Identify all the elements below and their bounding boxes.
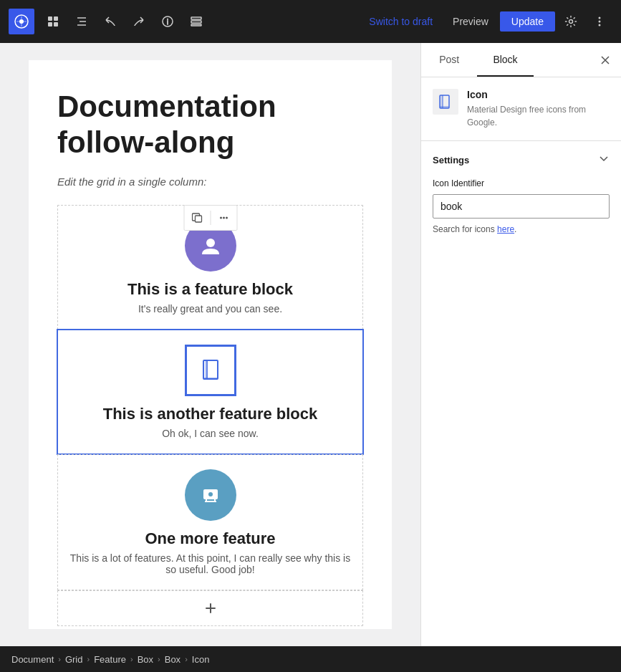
block-name: Icon xyxy=(467,89,610,100)
svg-rect-14 xyxy=(195,216,201,222)
svg-point-18 xyxy=(206,239,215,247)
svg-rect-3 xyxy=(54,16,58,21)
breadcrumb-arrow-2: › xyxy=(87,655,90,663)
editor-area: Documentation follow-along Edit the grid… xyxy=(0,43,420,646)
svg-rect-2 xyxy=(48,16,52,21)
breadcrumb-document[interactable]: Document xyxy=(11,654,54,665)
post-title[interactable]: Documentation follow-along xyxy=(57,89,363,161)
settings-section: Settings Icon Identifier Search for icon… xyxy=(421,141,621,246)
svg-rect-4 xyxy=(48,22,52,27)
svg-rect-21 xyxy=(203,378,218,380)
wp-logo[interactable] xyxy=(9,9,34,34)
svg-point-15 xyxy=(220,216,222,219)
block-info: Icon Material Design free icons from Goo… xyxy=(421,77,621,141)
feature-desc-3: This is a lot of features. At this point… xyxy=(69,552,351,575)
editor-inner: Documentation follow-along Edit the grid… xyxy=(29,60,392,629)
list-view-button[interactable] xyxy=(183,9,209,34)
feature-desc-2: Oh ok, I can see now. xyxy=(69,428,351,439)
feature-block-1[interactable]: This is a feature block It's really grea… xyxy=(57,205,363,330)
switch-to-draft-button[interactable]: Switch to draft xyxy=(360,11,441,32)
block-toolbar-overlay xyxy=(183,205,237,231)
breadcrumb-grid[interactable]: Grid xyxy=(65,654,83,665)
breadcrumb-arrow-4: › xyxy=(158,655,160,663)
feature-block-2[interactable]: This is another feature block Oh ok, I c… xyxy=(57,330,363,454)
svg-point-13 xyxy=(599,24,601,27)
breadcrumb: Document › Grid › Feature › Box › Box › … xyxy=(0,646,621,672)
feature-icon-3 xyxy=(185,469,236,521)
settings-toggle-button[interactable] xyxy=(598,153,610,167)
tab-post[interactable]: Post xyxy=(421,43,477,77)
block-icon xyxy=(433,89,458,115)
svg-point-17 xyxy=(226,216,228,219)
info-button[interactable] xyxy=(155,9,180,34)
add-block-button[interactable] xyxy=(57,590,363,626)
feature-icon-2 xyxy=(185,345,236,396)
feature-title-1: This is a feature block xyxy=(69,280,351,299)
panel-tabs: Post Block xyxy=(421,43,621,77)
svg-rect-7 xyxy=(191,17,201,19)
feature-title-3: One more feature xyxy=(69,529,351,548)
post-subtitle[interactable]: Edit the grid in a single column: xyxy=(57,176,363,188)
svg-rect-5 xyxy=(54,22,58,27)
preview-button[interactable]: Preview xyxy=(444,11,497,32)
breadcrumb-icon[interactable]: Icon xyxy=(192,654,210,665)
block-description: Material Design free icons from Google. xyxy=(467,103,610,129)
settings-title: Settings xyxy=(433,155,469,165)
block-info-text: Icon Material Design free icons from Goo… xyxy=(467,89,610,129)
main-toolbar: Switch to draft Preview Update xyxy=(0,0,621,43)
tools-button[interactable] xyxy=(69,9,95,34)
svg-point-11 xyxy=(599,17,601,19)
block-copy-button[interactable] xyxy=(184,205,210,231)
main-area: Documentation follow-along Edit the grid… xyxy=(0,43,621,646)
settings-header: Settings xyxy=(433,153,610,167)
search-icons-link[interactable]: here xyxy=(497,224,514,234)
breadcrumb-arrow-3: › xyxy=(130,655,133,663)
svg-point-1 xyxy=(19,19,24,24)
svg-rect-9 xyxy=(191,24,201,26)
svg-point-23 xyxy=(208,492,213,496)
close-panel-button[interactable] xyxy=(592,47,618,73)
breadcrumb-arrow-1: › xyxy=(58,655,61,663)
icon-identifier-label: Icon Identifier xyxy=(433,178,610,188)
right-panel: Post Block Icon Material Desi xyxy=(420,43,621,646)
breadcrumb-box-2[interactable]: Box xyxy=(165,654,180,665)
svg-point-10 xyxy=(569,20,573,24)
update-button[interactable]: Update xyxy=(500,11,555,32)
svg-rect-26 xyxy=(440,106,449,108)
tab-block[interactable]: Block xyxy=(477,43,533,77)
settings-button[interactable] xyxy=(558,9,584,34)
breadcrumb-arrow-5: › xyxy=(185,655,188,663)
feature-block-3[interactable]: One more feature This is a lot of featur… xyxy=(57,454,363,590)
feature-desc-1: It's really great and you can see. xyxy=(69,303,351,315)
block-more-button[interactable] xyxy=(211,205,236,231)
feature-title-2: This is another feature block xyxy=(69,405,351,423)
settings-hint: Search for icons here. xyxy=(433,224,610,234)
icon-identifier-input[interactable] xyxy=(433,194,610,219)
redo-button[interactable] xyxy=(126,9,152,34)
more-options-button[interactable] xyxy=(587,9,612,34)
svg-point-16 xyxy=(223,216,225,219)
breadcrumb-feature[interactable]: Feature xyxy=(94,654,126,665)
svg-rect-8 xyxy=(191,21,201,23)
breadcrumb-box-1[interactable]: Box xyxy=(138,654,153,665)
undo-button[interactable] xyxy=(97,9,123,34)
svg-point-12 xyxy=(599,21,601,23)
add-block-toolbar-button[interactable] xyxy=(40,9,66,34)
